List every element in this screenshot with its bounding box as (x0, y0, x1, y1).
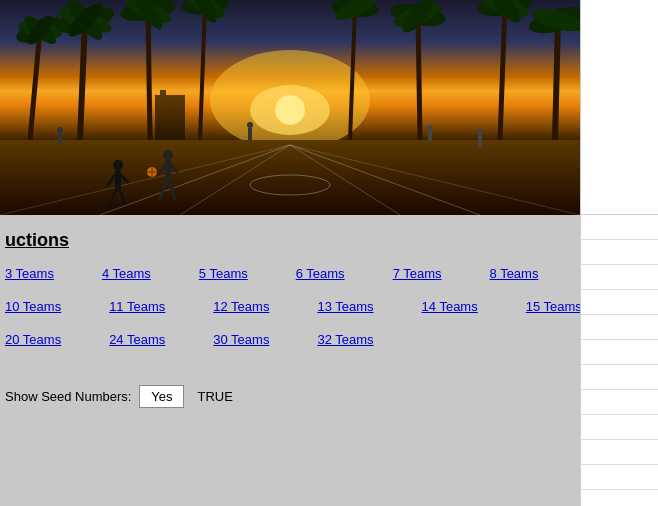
team-link-32[interactable]: 32 Teams (317, 332, 373, 347)
right-row (581, 490, 658, 506)
right-panel (580, 0, 658, 506)
content-area: uctions 3 Teams4 Teams5 Teams6 Teams7 Te… (0, 215, 580, 506)
svg-rect-64 (428, 131, 432, 141)
svg-rect-51 (165, 160, 171, 185)
team-link-13[interactable]: 13 Teams (317, 299, 373, 314)
team-link-20[interactable]: 20 Teams (5, 332, 61, 347)
team-link-10[interactable]: 10 Teams (5, 299, 61, 314)
right-row (581, 240, 658, 265)
svg-point-3 (275, 95, 305, 125)
left-panel: uctions 3 Teams4 Teams5 Teams6 Teams7 Te… (0, 0, 580, 506)
main-container: uctions 3 Teams4 Teams5 Teams6 Teams7 Te… (0, 0, 658, 506)
svg-rect-62 (248, 128, 252, 140)
svg-point-59 (57, 127, 63, 133)
team-link-4[interactable]: 4 Teams (102, 266, 151, 281)
team-link-30[interactable]: 30 Teams (213, 332, 269, 347)
team-link-6[interactable]: 6 Teams (296, 266, 345, 281)
seed-button[interactable]: Yes (139, 385, 184, 408)
teams-row-1: 10 Teams11 Teams12 Teams13 Teams14 Teams… (5, 299, 570, 314)
svg-rect-60 (58, 133, 62, 145)
svg-rect-45 (115, 170, 121, 192)
right-row (581, 290, 658, 315)
svg-point-65 (477, 129, 483, 135)
team-link-24[interactable]: 24 Teams (109, 332, 165, 347)
svg-rect-4 (0, 140, 580, 215)
right-row (581, 465, 658, 490)
right-row (581, 265, 658, 290)
hero-image (0, 0, 580, 215)
team-link-15[interactable]: 15 Teams (526, 299, 580, 314)
seed-true-value: TRUE (197, 389, 232, 404)
svg-point-50 (163, 150, 173, 160)
svg-point-44 (113, 160, 123, 170)
right-row (581, 340, 658, 365)
teams-grid: 3 Teams4 Teams5 Teams6 Teams7 Teams8 Tea… (5, 266, 570, 365)
right-header-cell (581, 0, 658, 215)
team-link-12[interactable]: 12 Teams (213, 299, 269, 314)
right-row (581, 215, 658, 240)
svg-point-61 (247, 122, 253, 128)
team-link-7[interactable]: 7 Teams (393, 266, 442, 281)
team-link-14[interactable]: 14 Teams (422, 299, 478, 314)
right-row (581, 390, 658, 415)
svg-line-41 (555, 20, 558, 140)
teams-row-0: 3 Teams4 Teams5 Teams6 Teams7 Teams8 Tea… (5, 266, 570, 281)
right-row (581, 315, 658, 340)
right-rows (581, 215, 658, 506)
svg-point-63 (427, 125, 433, 131)
right-row (581, 365, 658, 390)
svg-line-33 (418, 15, 420, 140)
team-link-5[interactable]: 5 Teams (199, 266, 248, 281)
team-link-3[interactable]: 3 Teams (5, 266, 54, 281)
svg-rect-68 (160, 90, 166, 95)
right-row (581, 415, 658, 440)
team-link-11[interactable]: 11 Teams (109, 299, 165, 314)
teams-row-2: 20 Teams24 Teams30 Teams32 Teams (5, 332, 570, 347)
svg-rect-66 (478, 135, 482, 147)
section-title: uctions (5, 230, 570, 251)
team-link-8[interactable]: 8 Teams (490, 266, 539, 281)
seed-label: Show Seed Numbers: (5, 389, 131, 404)
svg-line-22 (148, 10, 150, 140)
svg-rect-67 (155, 95, 185, 140)
right-row (581, 440, 658, 465)
seed-row: Show Seed Numbers: Yes TRUE (5, 385, 570, 408)
